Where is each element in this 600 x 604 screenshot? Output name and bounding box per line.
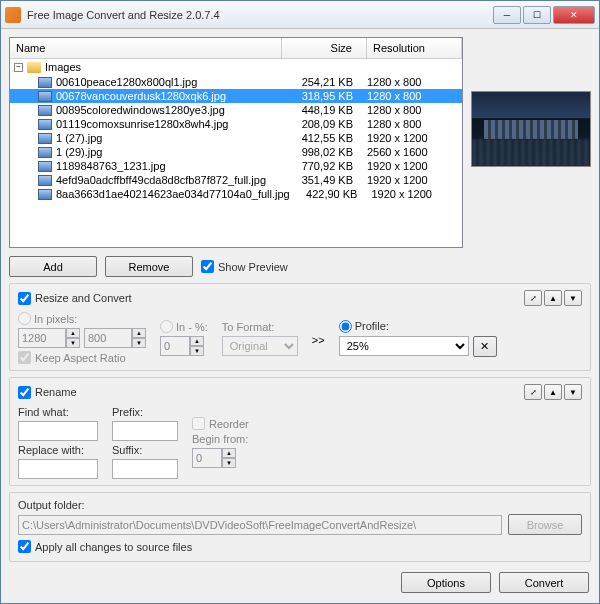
profile-radio[interactable]: Profile:	[339, 320, 497, 333]
resize-section: Resize and Convert ⤢ ▲ ▼ In pixels: ▲▼	[9, 283, 591, 371]
prefix-label: Prefix:	[112, 406, 178, 418]
section-down-icon[interactable]: ▼	[564, 384, 582, 400]
output-path[interactable]	[18, 515, 502, 535]
file-row[interactable]: 1 (27).jpg412,55 KB1920 x 1200	[10, 131, 462, 145]
file-resolution: 1280 x 800	[367, 104, 462, 116]
file-row[interactable]: 00610peace1280x800ql1.jpg254,21 KB1280 x…	[10, 75, 462, 89]
file-row[interactable]: 4efd9a0adcffbff49cda8d8cfb87f872_full.jp…	[10, 173, 462, 187]
profile-select[interactable]: 25%	[339, 336, 469, 356]
file-name: 1189848763_1231.jpg	[56, 160, 166, 172]
apply-all-checkbox[interactable]: Apply all changes to source files	[18, 540, 192, 553]
image-file-icon	[38, 91, 52, 102]
file-list[interactable]: Name Size Resolution −Images00610peace12…	[9, 37, 463, 248]
file-size: 351,49 KB	[282, 174, 367, 186]
header-name[interactable]: Name	[10, 38, 282, 58]
file-resolution: 2560 x 1600	[367, 146, 462, 158]
convert-button[interactable]: Convert	[499, 572, 589, 593]
image-file-icon	[38, 133, 52, 144]
output-section: Output folder: Browse Apply all changes …	[9, 492, 591, 562]
show-preview-label: Show Preview	[218, 261, 288, 273]
rename-checkbox[interactable]	[18, 386, 31, 399]
file-size: 448,19 KB	[282, 104, 367, 116]
suffix-label: Suffix:	[112, 444, 178, 456]
section-expand-icon[interactable]: ⤢	[524, 290, 542, 306]
file-row[interactable]: 00678vancouverdusk1280xqk6.jpg318,95 KB1…	[10, 89, 462, 103]
arrow-label: >>	[312, 334, 325, 346]
delete-profile-button[interactable]: ✕	[473, 336, 497, 357]
height-input[interactable]: ▲▼	[84, 328, 146, 348]
width-input[interactable]: ▲▼	[18, 328, 80, 348]
header-size[interactable]: Size	[282, 38, 367, 58]
file-name: 00610peace1280x800ql1.jpg	[56, 76, 197, 88]
replace-label: Replace with:	[18, 444, 98, 456]
resize-checkbox[interactable]	[18, 292, 31, 305]
file-name: 1 (29).jpg	[56, 146, 102, 158]
window-title: Free Image Convert and Resize 2.0.7.4	[27, 9, 493, 21]
file-row[interactable]: 00895coloredwindows1280ye3.jpg448,19 KB1…	[10, 103, 462, 117]
options-button[interactable]: Options	[401, 572, 491, 593]
percent-input[interactable]: ▲▼	[160, 336, 208, 356]
file-resolution: 1280 x 800	[367, 76, 462, 88]
list-body: −Images00610peace1280x800ql1.jpg254,21 K…	[10, 59, 462, 247]
list-header: Name Size Resolution	[10, 38, 462, 59]
reorder-checkbox[interactable]: Reorder	[192, 417, 249, 430]
folder-root[interactable]: −Images	[10, 59, 462, 75]
file-resolution: 1280 x 800	[367, 118, 462, 130]
file-resolution: 1920 x 1200	[367, 132, 462, 144]
file-name: 8aa3663d1ae40214623ae034d77104a0_full.jp…	[56, 188, 290, 200]
image-file-icon	[38, 105, 52, 116]
replace-input[interactable]	[18, 459, 98, 479]
format-label: To Format:	[222, 321, 298, 333]
show-preview-input[interactable]	[201, 260, 214, 273]
close-button[interactable]: ✕	[553, 6, 595, 24]
file-row[interactable]: 8aa3663d1ae40214623ae034d77104a0_full.jp…	[10, 187, 462, 201]
file-row[interactable]: 1189848763_1231.jpg770,92 KB1920 x 1200	[10, 159, 462, 173]
in-pixels-radio[interactable]: In pixels:	[18, 312, 146, 325]
keep-ratio-checkbox[interactable]: Keep Aspect Ratio	[18, 351, 146, 364]
file-size: 998,02 KB	[282, 146, 367, 158]
collapse-icon[interactable]: −	[14, 63, 23, 72]
maximize-button[interactable]: ☐	[523, 6, 551, 24]
section-up-icon[interactable]: ▲	[544, 290, 562, 306]
bottom-buttons: Options Convert	[9, 568, 591, 595]
format-select[interactable]: Original	[222, 336, 298, 356]
section-down-icon[interactable]: ▼	[564, 290, 582, 306]
image-file-icon	[38, 189, 52, 200]
add-button[interactable]: Add	[9, 256, 97, 277]
show-preview-checkbox[interactable]: Show Preview	[201, 260, 288, 273]
section-up-icon[interactable]: ▲	[544, 384, 562, 400]
browse-button[interactable]: Browse	[508, 514, 582, 535]
find-input[interactable]	[18, 421, 98, 441]
preview-image	[471, 91, 591, 167]
rename-toggle[interactable]: Rename	[18, 386, 524, 399]
header-resolution[interactable]: Resolution	[367, 38, 462, 58]
file-name: 00895coloredwindows1280ye3.jpg	[56, 104, 225, 116]
prefix-input[interactable]	[112, 421, 178, 441]
file-resolution: 1280 x 800	[367, 90, 462, 102]
folder-icon	[27, 62, 41, 73]
window-controls: ─ ☐ ✕	[493, 6, 595, 24]
file-size: 422,90 KB	[290, 188, 372, 200]
file-name: 01119comoxsunrise1280x8wh4.jpg	[56, 118, 228, 130]
rename-title: Rename	[35, 386, 77, 398]
file-row[interactable]: 01119comoxsunrise1280x8wh4.jpg208,09 KB1…	[10, 117, 462, 131]
section-expand-icon[interactable]: ⤢	[524, 384, 542, 400]
image-file-icon	[38, 161, 52, 172]
minimize-button[interactable]: ─	[493, 6, 521, 24]
find-label: Find what:	[18, 406, 98, 418]
titlebar: Free Image Convert and Resize 2.0.7.4 ─ …	[1, 1, 599, 29]
file-row[interactable]: 1 (29).jpg998,02 KB2560 x 1600	[10, 145, 462, 159]
preview-pane	[471, 37, 591, 248]
file-size: 318,95 KB	[282, 90, 367, 102]
top-area: Name Size Resolution −Images00610peace12…	[9, 37, 591, 248]
begin-input[interactable]: ▲▼	[192, 448, 249, 468]
image-file-icon	[38, 77, 52, 88]
resize-toggle[interactable]: Resize and Convert	[18, 292, 524, 305]
resize-title: Resize and Convert	[35, 292, 132, 304]
suffix-input[interactable]	[112, 459, 178, 479]
remove-button[interactable]: Remove	[105, 256, 193, 277]
in-percent-radio[interactable]: In - %:	[160, 320, 208, 333]
rename-section: Rename ⤢ ▲ ▼ Find what: Replace with: Pr…	[9, 377, 591, 486]
list-button-row: Add Remove Show Preview	[9, 256, 591, 277]
file-size: 254,21 KB	[282, 76, 367, 88]
